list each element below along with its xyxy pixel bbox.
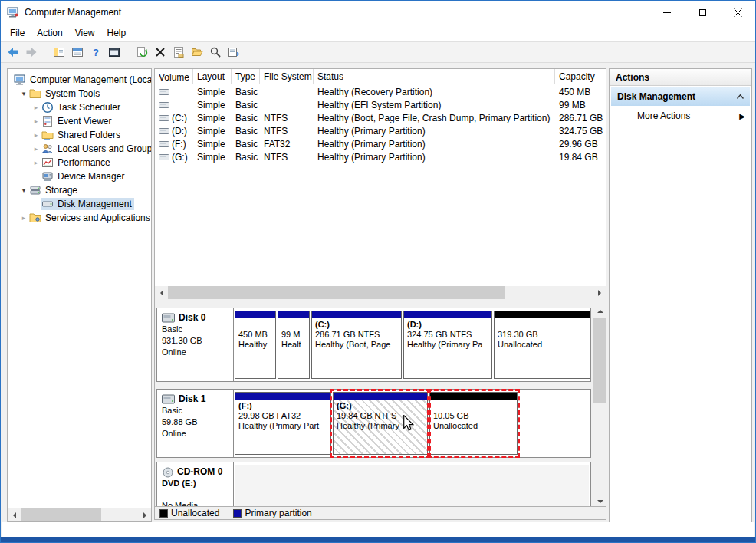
- column-header-layout[interactable]: Layout: [193, 69, 232, 84]
- scrollbar-thumb[interactable]: [168, 286, 505, 299]
- menu-file[interactable]: File: [4, 24, 31, 41]
- menu-help[interactable]: Help: [101, 24, 133, 41]
- disk-0-label[interactable]: Disk 0 Basic 931.30 GB Online: [157, 308, 234, 381]
- tree-item-task-scheduler[interactable]: ▸ Task Scheduler: [8, 100, 151, 114]
- partition-label: (F:): [238, 401, 327, 411]
- window-title: Computer Management: [25, 7, 121, 18]
- tree-item-event-viewer[interactable]: ▸ Event Viewer: [8, 114, 151, 128]
- primary-partition-color-swatch: [233, 509, 242, 518]
- forward-icon[interactable]: [25, 46, 38, 58]
- properties-icon[interactable]: [173, 46, 185, 58]
- volume-table-horizontal-scrollbar[interactable]: [155, 286, 606, 299]
- disk-size: 59.88 GB: [162, 416, 228, 428]
- open-icon[interactable]: [191, 46, 203, 58]
- tree-item-storage[interactable]: ▾ Storage: [8, 183, 151, 197]
- partition-unallocated-disk1[interactable]: 10.05 GB Unallocated: [429, 392, 518, 455]
- partition-efi[interactable]: 99 M Healt: [278, 311, 310, 379]
- users-icon: [41, 143, 55, 155]
- column-header-volume[interactable]: Volume: [155, 69, 193, 84]
- find-icon[interactable]: [209, 46, 222, 58]
- scroll-left-arrow[interactable]: [8, 508, 21, 522]
- performance-chart-icon: [41, 156, 55, 169]
- volume-icon: [159, 153, 169, 161]
- scrollbar-thumb[interactable]: [593, 318, 606, 403]
- close-button[interactable]: [720, 1, 755, 24]
- volume-row-g[interactable]: (G:) Simple Basic NTFS Healthy (Primary …: [155, 150, 606, 163]
- column-header-type[interactable]: Type: [232, 69, 260, 84]
- tree-item-device-manager[interactable]: Device Manager: [8, 169, 151, 183]
- column-header-status[interactable]: Status: [314, 69, 555, 84]
- scroll-up-arrow[interactable]: [593, 304, 606, 318]
- scroll-right-arrow[interactable]: [593, 286, 606, 299]
- maximize-button[interactable]: [685, 1, 720, 24]
- tree-item-computer-management[interactable]: Computer Management (Local: [8, 73, 151, 87]
- partition-size: 10.05 GB: [433, 411, 514, 421]
- partition-status: Healthy: [238, 340, 272, 350]
- tree-item-local-users-and-groups[interactable]: ▸ Local Users and Groups: [8, 142, 151, 156]
- more-actions-item[interactable]: More Actions ▶: [610, 107, 751, 124]
- disk-1-label[interactable]: Disk 1 Basic 59.88 GB Online: [157, 390, 234, 457]
- expander-collapsed-icon[interactable]: ▸: [31, 145, 41, 153]
- graphical-vertical-scrollbar[interactable]: [593, 304, 606, 508]
- expander-collapsed-icon[interactable]: ▸: [31, 131, 41, 139]
- tree-item-system-tools[interactable]: ▾ System Tools: [8, 87, 151, 100]
- partition-label: [238, 320, 272, 330]
- disk-size: 931.30 GB: [162, 335, 228, 347]
- delete-icon[interactable]: [154, 46, 166, 58]
- export-list-icon[interactable]: [228, 46, 240, 58]
- disk-type: Basic: [162, 405, 228, 416]
- cdrom-0-label[interactable]: CD-ROM 0 DVD (E:) No Media: [157, 462, 234, 508]
- disk-drive-icon: [162, 313, 176, 323]
- volume-icon: [159, 127, 169, 135]
- volume-row-c[interactable]: (C:) Simple Basic NTFS Healthy (Boot, Pa…: [155, 111, 606, 124]
- back-icon[interactable]: [7, 46, 19, 58]
- menu-bar: File Action View Help: [1, 24, 755, 41]
- volume-row-d[interactable]: (D:) Simple Basic NTFS Healthy (Primary …: [155, 124, 606, 137]
- menu-view[interactable]: View: [69, 24, 101, 41]
- clock-icon: [41, 101, 55, 114]
- tree-item-performance[interactable]: ▸ Performance: [8, 156, 151, 169]
- menu-action[interactable]: Action: [31, 24, 68, 41]
- actions-disk-management-section[interactable]: Disk Management: [611, 87, 750, 106]
- scroll-right-arrow[interactable]: [138, 508, 151, 522]
- tree-horizontal-scrollbar[interactable]: [8, 508, 151, 521]
- console-tree-pane: Computer Management (Local ▾ System Tool…: [7, 68, 152, 522]
- pane-splitter[interactable]: [155, 299, 606, 304]
- help-icon[interactable]: ?: [90, 46, 102, 58]
- volume-row-f[interactable]: (F:) Simple Basic FAT32 Healthy (Primary…: [155, 137, 606, 150]
- partition-status: Healt: [281, 340, 306, 350]
- partition-recovery[interactable]: 450 MB Healthy: [235, 311, 276, 379]
- refresh-icon[interactable]: [136, 46, 148, 58]
- console-window-icon[interactable]: [108, 46, 120, 58]
- expander-expanded-icon[interactable]: ▾: [18, 90, 29, 97]
- expander-collapsed-icon[interactable]: ▸: [31, 117, 41, 125]
- volume-table-header: Volume Layout Type File System Status Ca…: [155, 69, 606, 84]
- volume-row-recovery[interactable]: Simple Basic Healthy (Recovery Partition…: [155, 85, 606, 98]
- volume-row-efi[interactable]: Simple Basic Healthy (EFI System Partiti…: [155, 98, 606, 111]
- disk-1-row: Disk 1 Basic 59.88 GB Online (F:) 29.98 …: [156, 389, 591, 458]
- scrollbar-thumb[interactable]: [21, 508, 101, 522]
- expander-collapsed-icon[interactable]: ▸: [18, 214, 29, 222]
- minimize-button[interactable]: [649, 1, 685, 24]
- expander-expanded-icon[interactable]: ▾: [18, 186, 29, 194]
- show-console-tree-icon[interactable]: [53, 46, 65, 58]
- partition-color-bar: [235, 311, 275, 318]
- expander-collapsed-icon[interactable]: ▸: [31, 159, 41, 166]
- tree-item-disk-management[interactable]: Disk Management: [8, 197, 151, 211]
- show-properties-icon[interactable]: [71, 46, 84, 58]
- collapse-chevron-icon[interactable]: [737, 94, 744, 99]
- partition-unallocated-disk0[interactable]: 319.30 GB Unallocated: [494, 311, 590, 379]
- column-header-capacity[interactable]: Capacity: [555, 69, 606, 84]
- storage-icon: [29, 184, 43, 196]
- partition-f[interactable]: (F:) 29.98 GB FAT32 Healthy (Primary Par…: [235, 392, 331, 455]
- partition-d[interactable]: (D:) 324.75 GB NTFS Healthy (Primary Pa: [403, 311, 492, 379]
- expander-collapsed-icon[interactable]: ▸: [31, 104, 41, 111]
- volume-icon: [159, 140, 169, 148]
- partition-c[interactable]: (C:) 286.71 GB NTFS Healthy (Boot, Page: [311, 311, 402, 379]
- column-header-file-system[interactable]: File System: [260, 69, 314, 84]
- tree-item-services-and-applications[interactable]: ▸ Services and Applications: [8, 211, 151, 225]
- tree-item-label: System Tools: [43, 87, 102, 100]
- partition-status: Healthy (Primary Part: [238, 421, 327, 431]
- scroll-left-arrow[interactable]: [155, 286, 168, 299]
- tree-item-shared-folders[interactable]: ▸ Shared Folders: [8, 128, 151, 142]
